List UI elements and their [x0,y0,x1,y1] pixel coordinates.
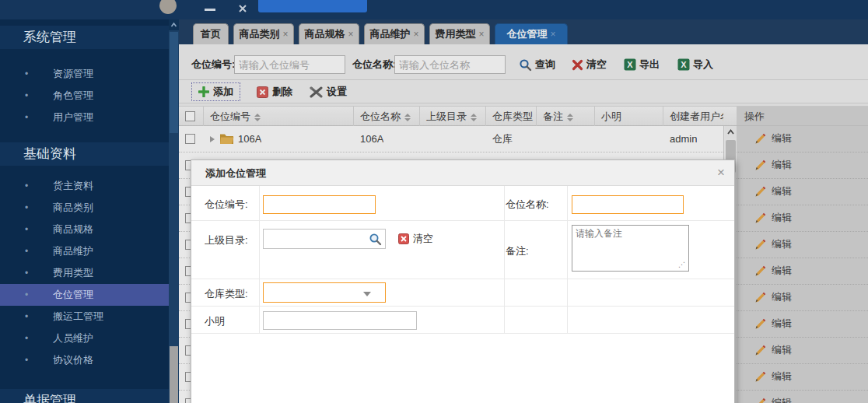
dlg-remark-textarea[interactable] [572,225,689,272]
sidebar-section-system[interactable]: 系统管理 [0,26,169,49]
red-x-box-icon [398,233,409,244]
dlg-bin-code-label: 仓位编号: [205,198,248,212]
divider [567,186,568,333]
sidebar-item-owner[interactable]: 货主资料 [0,175,169,197]
sidebar-item-role[interactable]: 角色管理 [0,85,169,107]
divider [191,279,734,279]
sidebar-scroll-thumb[interactable] [170,32,178,133]
add-bin-dialog: 添加仓位管理 × 仓位编号: 仓位名称: 上级目录: 清空 [191,159,735,403]
dlg-warehouse-type-select[interactable] [263,282,386,303]
divider [191,306,734,307]
sidebar-item-category[interactable]: 商品类别 [0,197,169,219]
close-icon[interactable] [237,3,248,14]
window-titlebar [0,0,868,19]
chevron-down-icon[interactable] [363,292,371,296]
dialog-body: 仓位编号: 仓位名称: 上级目录: 清空 备注: ⋰ 仓库类型: 小明 [191,186,734,403]
dlg-bin-name-input[interactable] [572,195,684,214]
divider [504,186,505,333]
dlg-clear-label: 清空 [413,232,433,246]
sidebar-item-porter[interactable]: 搬运工管理 [0,306,169,328]
sidebar-item-agreement-price[interactable]: 协议价格 [0,349,169,371]
sidebar-scrollbar[interactable] [169,19,179,403]
dlg-xiaoming-input[interactable] [263,311,417,330]
dlg-parent-dir-input[interactable] [263,229,386,249]
dialog-header[interactable]: 添加仓位管理 × [191,160,734,186]
main-content: 首页 商品类别× 商品规格× 商品维护× 费用类型× 仓位管理× 仓位编号: 仓… [179,19,868,403]
resize-grip-icon[interactable]: ⋰ [678,261,685,268]
search-icon[interactable] [369,233,382,246]
sidebar-item-resource[interactable]: 资源管理 [0,63,169,85]
divider [259,186,260,333]
sidebar-item-storage-bin[interactable]: 仓位管理 [0,284,169,306]
dialog-close-icon[interactable]: × [717,166,725,180]
dlg-bin-name-label: 仓位名称: [506,198,549,212]
sidebar-item-user[interactable]: 用户管理 [0,107,169,128]
sidebar-section-basic[interactable]: 基础资料 [0,142,169,166]
sidebar: 系统管理 资源管理 角色管理 用户管理 基础资料 货主资料 商品类别 商品规格 … [0,19,169,403]
sidebar-item-personnel[interactable]: 人员维护 [0,328,169,349]
dialog-title: 添加仓位管理 [205,160,266,186]
sidebar-scroll-thumb-bottom[interactable] [170,346,178,403]
scroll-up-icon[interactable] [169,19,179,30]
dlg-remark-label: 备注: [506,244,529,258]
minimize-icon[interactable] [205,9,215,11]
dlg-bin-code-input[interactable] [263,195,376,214]
dlg-clear-parent-button[interactable]: 清空 [398,232,433,246]
sidebar-item-fee-type[interactable]: 费用类型 [0,262,169,284]
divider [191,333,734,334]
divider [191,220,734,221]
dlg-warehouse-type-label: 仓库类型: [205,287,248,301]
sidebar-item-maintain[interactable]: 商品维护 [0,240,169,262]
titlebar-blue-button[interactable] [258,0,367,12]
sidebar-item-spec[interactable]: 商品规格 [0,219,169,240]
sidebar-section-documents[interactable]: 单据管理 [0,389,169,403]
avatar [159,0,177,14]
dlg-xiaoming-label: 小明 [205,314,225,328]
dlg-parent-dir-label: 上级目录: [205,233,248,247]
